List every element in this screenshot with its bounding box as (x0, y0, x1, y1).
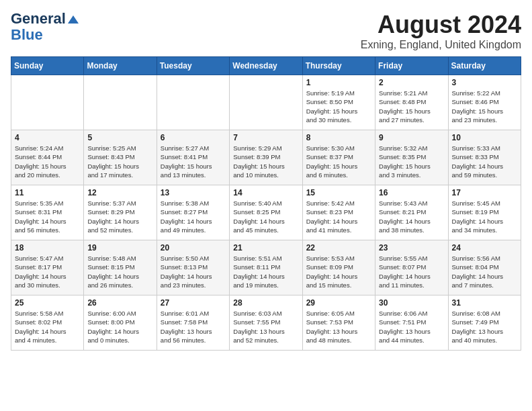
cell-content: Sunrise: 5:33 AM Sunset: 8:33 PM Dayligh… (452, 144, 517, 179)
calendar-cell: 25Sunrise: 5:58 AM Sunset: 8:02 PM Dayli… (11, 295, 84, 351)
calendar-cell: 20Sunrise: 5:50 AM Sunset: 8:13 PM Dayli… (157, 240, 229, 295)
calendar-cell: 12Sunrise: 5:37 AM Sunset: 8:29 PM Dayli… (84, 185, 157, 240)
cell-content: Sunrise: 5:24 AM Sunset: 8:44 PM Dayligh… (15, 144, 80, 179)
calendar-cell: 24Sunrise: 5:56 AM Sunset: 8:04 PM Dayli… (448, 240, 521, 295)
cell-content: Sunrise: 5:42 AM Sunset: 8:23 PM Dayligh… (306, 199, 371, 234)
day-number: 25 (15, 298, 80, 308)
title-area: August 2024 Exning, England, United King… (361, 11, 521, 51)
weekday-header-friday: Friday (375, 57, 448, 75)
cell-content: Sunrise: 5:27 AM Sunset: 8:41 PM Dayligh… (161, 144, 226, 179)
calendar-cell: 15Sunrise: 5:42 AM Sunset: 8:23 PM Dayli… (302, 185, 375, 240)
calendar-cell: 18Sunrise: 5:47 AM Sunset: 8:17 PM Dayli… (11, 240, 84, 295)
calendar-cell: 31Sunrise: 6:08 AM Sunset: 7:49 PM Dayli… (448, 295, 521, 351)
cell-content: Sunrise: 6:05 AM Sunset: 7:53 PM Dayligh… (306, 309, 371, 345)
calendar-cell: 26Sunrise: 6:00 AM Sunset: 8:00 PM Dayli… (84, 295, 157, 351)
cell-content: Sunrise: 5:29 AM Sunset: 8:39 PM Dayligh… (233, 144, 298, 179)
calendar-cell (11, 75, 84, 130)
day-number: 7 (233, 133, 298, 142)
day-number: 3 (452, 78, 517, 87)
weekday-header-monday: Monday (84, 57, 157, 75)
cell-content: Sunrise: 6:00 AM Sunset: 8:00 PM Dayligh… (87, 309, 152, 345)
cell-content: Sunrise: 5:35 AM Sunset: 8:31 PM Dayligh… (15, 199, 80, 234)
cell-content: Sunrise: 6:01 AM Sunset: 7:58 PM Dayligh… (161, 309, 226, 345)
cell-content: Sunrise: 5:43 AM Sunset: 8:21 PM Dayligh… (379, 199, 444, 234)
day-number: 30 (379, 298, 444, 308)
calendar-cell (157, 75, 229, 130)
calendar-cell (230, 75, 302, 130)
weekday-header-wednesday: Wednesday (230, 57, 302, 75)
week-row-2: 4Sunrise: 5:24 AM Sunset: 8:44 PM Daylig… (11, 130, 521, 185)
calendar-cell: 23Sunrise: 5:55 AM Sunset: 8:07 PM Dayli… (375, 240, 448, 295)
calendar-cell: 27Sunrise: 6:01 AM Sunset: 7:58 PM Dayli… (157, 295, 229, 351)
cell-content: Sunrise: 5:25 AM Sunset: 8:43 PM Dayligh… (87, 144, 152, 179)
week-row-5: 25Sunrise: 5:58 AM Sunset: 8:02 PM Dayli… (11, 295, 521, 351)
calendar-cell: 6Sunrise: 5:27 AM Sunset: 8:41 PM Daylig… (157, 130, 229, 185)
calendar-cell: 19Sunrise: 5:48 AM Sunset: 8:15 PM Dayli… (84, 240, 157, 295)
cell-content: Sunrise: 5:37 AM Sunset: 8:29 PM Dayligh… (87, 199, 152, 234)
cell-content: Sunrise: 6:08 AM Sunset: 7:49 PM Dayligh… (452, 309, 517, 345)
day-number: 5 (87, 133, 152, 142)
calendar-cell: 16Sunrise: 5:43 AM Sunset: 8:21 PM Dayli… (375, 185, 448, 240)
day-number: 18 (15, 243, 80, 253)
cell-content: Sunrise: 6:06 AM Sunset: 7:51 PM Dayligh… (379, 309, 444, 345)
day-number: 16 (379, 188, 444, 197)
day-number: 12 (87, 188, 152, 197)
calendar-cell: 13Sunrise: 5:38 AM Sunset: 8:27 PM Dayli… (157, 185, 229, 240)
cell-content: Sunrise: 5:47 AM Sunset: 8:17 PM Dayligh… (15, 254, 80, 289)
cell-content: Sunrise: 5:22 AM Sunset: 8:46 PM Dayligh… (452, 89, 517, 124)
cell-content: Sunrise: 5:58 AM Sunset: 8:02 PM Dayligh… (15, 309, 80, 345)
day-number: 31 (452, 298, 517, 308)
calendar-cell: 28Sunrise: 6:03 AM Sunset: 7:55 PM Dayli… (230, 295, 302, 351)
cell-content: Sunrise: 5:51 AM Sunset: 8:11 PM Dayligh… (233, 254, 298, 289)
cell-content: Sunrise: 5:45 AM Sunset: 8:19 PM Dayligh… (452, 199, 517, 234)
day-number: 11 (15, 188, 80, 197)
weekday-header-sunday: Sunday (11, 57, 84, 75)
calendar-cell: 21Sunrise: 5:51 AM Sunset: 8:11 PM Dayli… (230, 240, 302, 295)
day-number: 24 (452, 243, 517, 253)
day-number: 19 (87, 243, 152, 253)
day-number: 2 (379, 78, 444, 87)
calendar-cell: 17Sunrise: 5:45 AM Sunset: 8:19 PM Dayli… (448, 185, 521, 240)
cell-content: Sunrise: 5:21 AM Sunset: 8:48 PM Dayligh… (379, 89, 444, 124)
week-row-4: 18Sunrise: 5:47 AM Sunset: 8:17 PM Dayli… (11, 240, 521, 295)
page-header: General Blue August 2024 Exning, England… (11, 11, 521, 51)
calendar-cell: 22Sunrise: 5:53 AM Sunset: 8:09 PM Dayli… (302, 240, 375, 295)
calendar-cell: 11Sunrise: 5:35 AM Sunset: 8:31 PM Dayli… (11, 185, 84, 240)
day-number: 9 (379, 133, 444, 142)
calendar-cell: 14Sunrise: 5:40 AM Sunset: 8:25 PM Dayli… (230, 185, 302, 240)
cell-content: Sunrise: 5:56 AM Sunset: 8:04 PM Dayligh… (452, 254, 517, 289)
calendar-cell: 1Sunrise: 5:19 AM Sunset: 8:50 PM Daylig… (302, 75, 375, 130)
weekday-header-saturday: Saturday (448, 57, 521, 75)
cell-content: Sunrise: 5:38 AM Sunset: 8:27 PM Dayligh… (161, 199, 226, 234)
cell-content: Sunrise: 5:48 AM Sunset: 8:15 PM Dayligh… (87, 254, 152, 289)
day-number: 29 (306, 298, 371, 308)
cell-content: Sunrise: 6:03 AM Sunset: 7:55 PM Dayligh… (233, 309, 298, 345)
month-title: August 2024 (361, 11, 521, 39)
day-number: 4 (15, 133, 80, 142)
day-number: 8 (306, 133, 371, 142)
day-number: 10 (452, 133, 517, 142)
day-number: 23 (379, 243, 444, 253)
day-number: 13 (161, 188, 226, 197)
calendar-cell: 2Sunrise: 5:21 AM Sunset: 8:48 PM Daylig… (375, 75, 448, 130)
weekday-header-thursday: Thursday (302, 57, 375, 75)
day-number: 1 (306, 78, 371, 87)
day-number: 15 (306, 188, 371, 197)
weekday-header-row: SundayMondayTuesdayWednesdayThursdayFrid… (11, 57, 521, 75)
cell-content: Sunrise: 5:30 AM Sunset: 8:37 PM Dayligh… (306, 144, 371, 179)
calendar-cell: 9Sunrise: 5:32 AM Sunset: 8:35 PM Daylig… (375, 130, 448, 185)
week-row-1: 1Sunrise: 5:19 AM Sunset: 8:50 PM Daylig… (11, 75, 521, 130)
day-number: 27 (161, 298, 226, 308)
cell-content: Sunrise: 5:40 AM Sunset: 8:25 PM Dayligh… (233, 199, 298, 234)
weekday-header-tuesday: Tuesday (157, 57, 229, 75)
cell-content: Sunrise: 5:55 AM Sunset: 8:07 PM Dayligh… (379, 254, 444, 289)
day-number: 17 (452, 188, 517, 197)
location-title: Exning, England, United Kingdom (361, 39, 521, 51)
calendar-cell: 8Sunrise: 5:30 AM Sunset: 8:37 PM Daylig… (302, 130, 375, 185)
cell-content: Sunrise: 5:53 AM Sunset: 8:09 PM Dayligh… (306, 254, 371, 289)
calendar-cell: 30Sunrise: 6:06 AM Sunset: 7:51 PM Dayli… (375, 295, 448, 351)
logo-text: General (11, 11, 79, 27)
calendar-cell: 7Sunrise: 5:29 AM Sunset: 8:39 PM Daylig… (230, 130, 302, 185)
calendar-cell: 29Sunrise: 6:05 AM Sunset: 7:53 PM Dayli… (302, 295, 375, 351)
day-number: 28 (233, 298, 298, 308)
